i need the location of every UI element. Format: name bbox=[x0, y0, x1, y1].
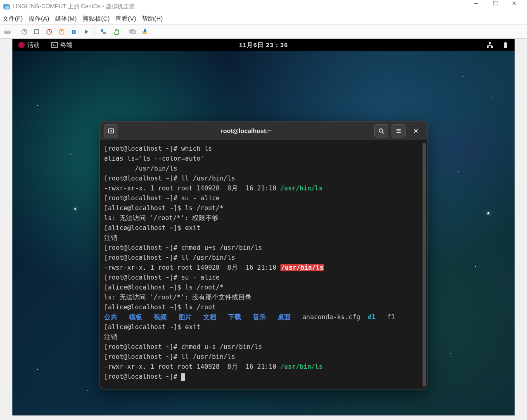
svg-rect-4 bbox=[7, 32, 8, 33]
gnome-logo-icon bbox=[18, 42, 25, 48]
svg-rect-20 bbox=[487, 46, 489, 48]
terminal-line: ls: 无法访问 '/root/*': 没有那个文件或目录 bbox=[104, 292, 423, 302]
cursor bbox=[181, 373, 185, 381]
svg-rect-3 bbox=[5, 32, 6, 33]
svg-rect-11 bbox=[74, 30, 76, 34]
save-button[interactable] bbox=[57, 27, 66, 37]
terminal-line: [alice@localhost ~]$ ls /root bbox=[104, 302, 423, 312]
network-icon bbox=[487, 42, 493, 48]
enhanced-session-button[interactable] bbox=[128, 27, 138, 37]
revert-button[interactable] bbox=[111, 27, 121, 37]
terminal-line: 注销 bbox=[104, 332, 423, 342]
menu-clipboard[interactable]: 剪贴板(C) bbox=[83, 15, 110, 23]
terminal-header: root@localhost:~ bbox=[100, 121, 427, 140]
app-menu[interactable]: 终端 bbox=[51, 41, 73, 49]
terminal-line: 注销 bbox=[104, 233, 423, 243]
turnoff-button[interactable] bbox=[32, 27, 42, 37]
terminal-line: -rwsr-xr-x. 1 root root 140928 8月 16 21:… bbox=[104, 263, 423, 273]
maximize-button[interactable]: ☐ bbox=[486, 0, 505, 13]
reset-button[interactable] bbox=[81, 27, 91, 37]
terminal-line: [alice@localhost ~]$ exit bbox=[104, 322, 423, 332]
svg-rect-7 bbox=[35, 30, 39, 34]
terminal-line: [root@localhost ~]# su - alice bbox=[104, 273, 423, 282]
svg-rect-13 bbox=[103, 32, 106, 34]
battery-icon bbox=[502, 42, 509, 48]
minimize-button[interactable]: ─ bbox=[467, 0, 486, 13]
svg-rect-23 bbox=[505, 42, 506, 43]
terminal-line: [alice@localhost ~]$ ls /root/* bbox=[104, 203, 423, 213]
svg-rect-5 bbox=[9, 32, 9, 33]
host-toolbar bbox=[0, 25, 527, 39]
activities-button[interactable]: 活动 bbox=[18, 41, 40, 49]
terminal-window[interactable]: root@localhost:~ [root@localhost ~]# whi… bbox=[100, 121, 427, 389]
terminal-body[interactable]: [root@localhost ~]# which lsalias ls='ls… bbox=[100, 140, 427, 389]
search-button[interactable] bbox=[374, 124, 388, 138]
system-tray[interactable] bbox=[487, 42, 509, 48]
terminal-line: [root@localhost ~]# chmod u+s /usr/bin/l… bbox=[104, 243, 423, 253]
ctrl-alt-del-button[interactable] bbox=[2, 27, 12, 37]
terminal-close-button[interactable] bbox=[409, 124, 423, 138]
terminal-line: -rwxr-xr-x. 1 root root 140928 8月 16 21:… bbox=[104, 362, 423, 372]
shutdown-button[interactable] bbox=[44, 27, 54, 37]
host-menubar: 文件(F) 操作(A) 媒体(M) 剪贴板(C) 查看(V) 帮助(H) bbox=[0, 13, 527, 25]
terminal-title: root@localhost:~ bbox=[121, 127, 371, 134]
terminal-line: [alice@localhost ~]$ ls /root/* bbox=[104, 282, 423, 292]
terminal-icon bbox=[51, 42, 58, 48]
terminal-line: /usr/bin/ls bbox=[104, 164, 423, 173]
host-window-title: LINGLING-COMPUT 上的 CentOs - 虚拟机连接 bbox=[12, 3, 467, 10]
menu-action[interactable]: 操作(A) bbox=[28, 15, 49, 23]
scrollbar[interactable] bbox=[423, 143, 426, 387]
hyperv-icon bbox=[3, 3, 10, 10]
terminal-line: [root@localhost ~]# bbox=[104, 372, 423, 382]
menu-help[interactable]: 帮助(H) bbox=[142, 15, 163, 23]
close-button[interactable]: ✕ bbox=[505, 0, 524, 13]
new-tab-button[interactable] bbox=[104, 124, 118, 138]
app-menu-label: 终端 bbox=[60, 41, 73, 49]
clock[interactable]: 11月6日 23：36 bbox=[239, 41, 288, 49]
svg-rect-15 bbox=[131, 31, 135, 34]
menu-button[interactable] bbox=[392, 124, 406, 138]
terminal-line: [alice@localhost ~]$ exit bbox=[104, 223, 423, 233]
terminal-line: alias ls='ls --color=auto' bbox=[104, 154, 423, 164]
vm-screen[interactable]: 活动 终端 11月6日 23：36 root@localhost:~ bbox=[12, 39, 515, 415]
svg-rect-19 bbox=[489, 42, 491, 44]
checkpoint-button[interactable] bbox=[98, 27, 108, 37]
menu-media[interactable]: 媒体(M) bbox=[55, 15, 77, 23]
terminal-line: [root@localhost ~]# ll /usr/bin/ls bbox=[104, 253, 423, 263]
terminal-line: -rwxr-xr-x. 1 root root 140928 8月 16 21:… bbox=[104, 183, 423, 193]
terminal-line: 公共 模板 视频 图片 文档 下载 音乐 桌面 anaconda-ks.cfg … bbox=[104, 312, 423, 322]
svg-rect-1 bbox=[5, 5, 9, 9]
terminal-line: [root@localhost ~]# which ls bbox=[104, 144, 423, 154]
terminal-line: ls: 无法访问 '/root/*': 权限不够 bbox=[104, 213, 423, 223]
host-titlebar: LINGLING-COMPUT 上的 CentOs - 虚拟机连接 ─ ☐ ✕ bbox=[0, 0, 527, 13]
svg-rect-12 bbox=[101, 29, 103, 32]
terminal-line: [root@localhost ~]# ll /usr/bin/ls bbox=[104, 352, 423, 362]
svg-rect-21 bbox=[491, 46, 493, 48]
svg-point-25 bbox=[379, 129, 382, 132]
terminal-line: [root@localhost ~]# su - alice bbox=[104, 193, 423, 203]
start-button[interactable] bbox=[19, 27, 29, 37]
menu-file[interactable]: 文件(F) bbox=[2, 15, 23, 23]
svg-rect-22 bbox=[504, 43, 507, 48]
terminal-line: [root@localhost ~]# chmod u-s /usr/bin/l… bbox=[104, 342, 423, 352]
menu-view[interactable]: 查看(V) bbox=[115, 15, 136, 23]
svg-rect-18 bbox=[52, 43, 57, 47]
share-button[interactable] bbox=[140, 27, 150, 37]
svg-rect-17 bbox=[144, 29, 146, 32]
pause-button[interactable] bbox=[69, 27, 79, 37]
svg-rect-10 bbox=[72, 30, 74, 34]
activities-label: 活动 bbox=[27, 41, 40, 49]
terminal-line: [root@localhost ~]# ll /usr/bin/ls bbox=[104, 173, 423, 183]
gnome-topbar: 活动 终端 11月6日 23：36 bbox=[12, 39, 515, 51]
